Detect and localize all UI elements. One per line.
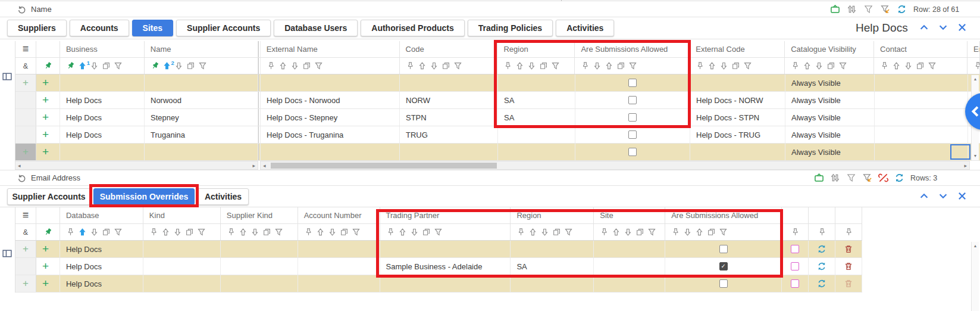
sort-desc-icon[interactable]	[290, 61, 299, 70]
collapse-up-icon[interactable]	[919, 191, 929, 201]
pin-icon[interactable]	[149, 228, 158, 237]
filter-icon[interactable]	[838, 61, 847, 70]
filter-icon[interactable]	[928, 61, 937, 70]
scroll-up-arrow[interactable]: ▴	[974, 244, 976, 248]
sort-asc-icon[interactable]	[528, 228, 537, 237]
close-icon[interactable]	[957, 22, 968, 33]
copy-icon[interactable]	[422, 228, 431, 237]
col-contact[interactable]: Contact	[874, 41, 968, 57]
filter-icon[interactable]	[453, 61, 462, 70]
sort-desc-icon[interactable]	[328, 228, 337, 237]
checkbox-are-submissions-allowed[interactable]	[719, 245, 728, 253]
unlink-icon[interactable]	[878, 173, 888, 183]
hscrollbar-thumb[interactable]	[271, 163, 497, 169]
col-region[interactable]: Region	[497, 41, 575, 57]
pin-icon[interactable]	[581, 61, 590, 70]
checkbox-are-submissions-allowed[interactable]	[628, 148, 637, 156]
checkbox-are-submissions-allowed[interactable]	[719, 279, 728, 288]
sort-asc-icon[interactable]	[803, 61, 812, 70]
pin-column-header[interactable]	[36, 207, 60, 223]
sort-asc-icon[interactable]	[892, 61, 901, 70]
sort-asc-icon[interactable]	[418, 61, 427, 70]
copy-icon[interactable]	[262, 228, 271, 237]
flag-checkbox[interactable]	[791, 262, 799, 270]
sort-desc-icon[interactable]	[251, 228, 259, 237]
undo-icon[interactable]	[17, 173, 27, 183]
add-row-handle[interactable]	[15, 241, 36, 257]
sort-asc-active-icon[interactable]	[78, 228, 87, 237]
copy-icon[interactable]	[186, 61, 195, 70]
edit-filter-icon[interactable]	[862, 173, 872, 183]
checkbox-are-submissions-allowed[interactable]	[628, 113, 637, 122]
row-handle[interactable]	[15, 258, 36, 275]
filter-icon[interactable]	[846, 173, 856, 183]
pin-icon[interactable]	[406, 61, 415, 70]
expand-down-icon[interactable]	[938, 191, 948, 201]
pin-icon[interactable]	[227, 228, 236, 237]
row-menu-icon[interactable]	[15, 41, 36, 57]
copy-icon[interactable]	[539, 61, 548, 70]
add-row-handle[interactable]	[15, 275, 36, 292]
filter-icon[interactable]	[352, 228, 361, 237]
sort-asc-icon[interactable]	[605, 61, 613, 70]
col-external-code[interactable]: External Code	[690, 41, 785, 57]
pin-icon[interactable]	[671, 228, 680, 237]
sort-asc-icon[interactable]	[515, 61, 524, 70]
sort-asc-icon[interactable]	[316, 228, 325, 237]
filter-icon[interactable]	[114, 228, 123, 237]
add-row-button[interactable]	[36, 92, 60, 108]
col-email-partial[interactable]: Em	[968, 41, 980, 57]
bottom-vscrollbar[interactable]: ▴	[971, 242, 979, 311]
add-row-button[interactable]	[36, 241, 60, 257]
table-row-new[interactable]: Help Docs	[15, 275, 862, 293]
sort-desc-icon[interactable]	[815, 61, 824, 70]
column-chooser-icon[interactable]	[2, 248, 12, 259]
checkbox-are-submissions-allowed[interactable]	[628, 79, 637, 87]
main-hscrollbar[interactable]	[260, 161, 970, 170]
tab-activities[interactable]: Activities	[198, 188, 249, 205]
sort-desc-icon[interactable]	[173, 228, 182, 237]
delete-row-icon[interactable]	[844, 244, 853, 254]
col-name[interactable]: Name	[145, 41, 258, 57]
add-row-handle[interactable]	[15, 74, 36, 91]
copy-icon[interactable]	[635, 228, 644, 237]
add-row-handle-selected[interactable]	[15, 144, 36, 160]
row-handle[interactable]	[15, 92, 36, 108]
copy-icon[interactable]	[340, 228, 349, 237]
pin-icon[interactable]	[880, 61, 889, 70]
sort-icon[interactable]	[847, 4, 857, 14]
refresh-icon[interactable]	[897, 4, 907, 14]
filter-icon[interactable]	[114, 61, 123, 70]
pin-icon[interactable]	[696, 61, 705, 70]
col-are-submissions-allowed[interactable]: Are Submissions Allowed	[575, 41, 690, 57]
sort-desc-icon[interactable]	[683, 228, 692, 237]
col-flag[interactable]	[782, 207, 809, 223]
pinned-icon[interactable]	[66, 61, 75, 70]
sort-desc-icon[interactable]	[719, 61, 728, 70]
tab-database-users[interactable]: Database Users	[274, 20, 358, 36]
add-row-button[interactable]	[36, 258, 60, 275]
sort-asc-icon[interactable]	[612, 228, 621, 237]
copy-icon[interactable]	[826, 61, 835, 70]
row-handle[interactable]	[15, 109, 36, 126]
filter-icon[interactable]	[743, 61, 752, 70]
copy-icon[interactable]	[102, 228, 111, 237]
preview-icon[interactable]	[814, 173, 824, 183]
sort-desc-icon[interactable]	[174, 61, 183, 70]
sort-desc-icon[interactable]	[904, 61, 913, 70]
tab-submission-overrides[interactable]: Submission Overrides	[93, 188, 195, 205]
refresh-icon[interactable]	[894, 173, 904, 183]
pin-icon[interactable]	[973, 61, 980, 70]
pin-icon[interactable]	[503, 61, 512, 70]
table-row-new[interactable]: Always Visible	[15, 74, 980, 92]
filter-icon[interactable]	[564, 228, 573, 237]
add-row-button[interactable]	[36, 275, 60, 292]
sort-desc-icon[interactable]	[593, 61, 602, 70]
frozen-pane-hscrollbar[interactable]	[15, 161, 258, 170]
tab-supplier-accounts[interactable]: Supplier Accounts	[176, 20, 271, 36]
sort-asc-icon[interactable]	[161, 228, 170, 237]
pin-column-header[interactable]	[36, 41, 60, 57]
copy-icon[interactable]	[616, 61, 625, 70]
flag-checkbox[interactable]	[791, 279, 799, 288]
pinned-icon[interactable]	[151, 61, 159, 70]
